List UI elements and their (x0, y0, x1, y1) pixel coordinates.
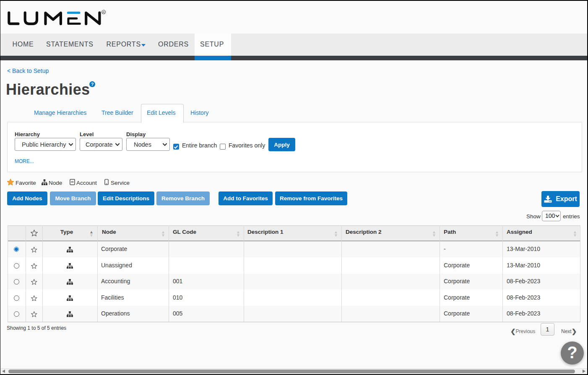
svg-text:R: R (102, 10, 105, 14)
